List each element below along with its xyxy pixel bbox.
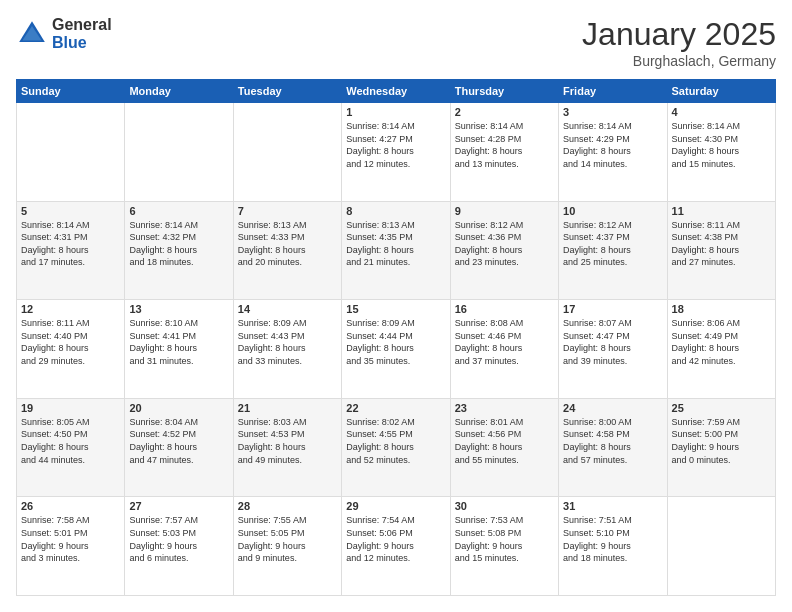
day-info: Sunrise: 7:54 AMSunset: 5:06 PMDaylight:… bbox=[346, 514, 445, 564]
day-number: 2 bbox=[455, 106, 554, 118]
day-cell: 4Sunrise: 8:14 AMSunset: 4:30 PMDaylight… bbox=[667, 103, 775, 202]
day-info: Sunrise: 8:02 AMSunset: 4:55 PMDaylight:… bbox=[346, 416, 445, 466]
day-info: Sunrise: 8:09 AMSunset: 4:43 PMDaylight:… bbox=[238, 317, 337, 367]
day-cell: 28Sunrise: 7:55 AMSunset: 5:05 PMDayligh… bbox=[233, 497, 341, 596]
month-title: January 2025 bbox=[582, 16, 776, 53]
day-info: Sunrise: 8:05 AMSunset: 4:50 PMDaylight:… bbox=[21, 416, 120, 466]
weekday-header-monday: Monday bbox=[125, 80, 233, 103]
day-cell: 7Sunrise: 8:13 AMSunset: 4:33 PMDaylight… bbox=[233, 201, 341, 300]
day-number: 18 bbox=[672, 303, 771, 315]
day-number: 16 bbox=[455, 303, 554, 315]
weekday-header-row: SundayMondayTuesdayWednesdayThursdayFrid… bbox=[17, 80, 776, 103]
day-info: Sunrise: 8:14 AMSunset: 4:30 PMDaylight:… bbox=[672, 120, 771, 170]
day-cell: 8Sunrise: 8:13 AMSunset: 4:35 PMDaylight… bbox=[342, 201, 450, 300]
day-number: 30 bbox=[455, 500, 554, 512]
day-number: 11 bbox=[672, 205, 771, 217]
header: General Blue January 2025 Burghaslach, G… bbox=[16, 16, 776, 69]
day-info: Sunrise: 8:14 AMSunset: 4:29 PMDaylight:… bbox=[563, 120, 662, 170]
location: Burghaslach, Germany bbox=[582, 53, 776, 69]
day-number: 14 bbox=[238, 303, 337, 315]
day-cell: 12Sunrise: 8:11 AMSunset: 4:40 PMDayligh… bbox=[17, 300, 125, 399]
day-cell: 21Sunrise: 8:03 AMSunset: 4:53 PMDayligh… bbox=[233, 398, 341, 497]
day-cell: 18Sunrise: 8:06 AMSunset: 4:49 PMDayligh… bbox=[667, 300, 775, 399]
day-info: Sunrise: 7:55 AMSunset: 5:05 PMDaylight:… bbox=[238, 514, 337, 564]
day-cell: 24Sunrise: 8:00 AMSunset: 4:58 PMDayligh… bbox=[559, 398, 667, 497]
day-cell: 29Sunrise: 7:54 AMSunset: 5:06 PMDayligh… bbox=[342, 497, 450, 596]
day-cell bbox=[233, 103, 341, 202]
day-cell: 31Sunrise: 7:51 AMSunset: 5:10 PMDayligh… bbox=[559, 497, 667, 596]
day-cell: 2Sunrise: 8:14 AMSunset: 4:28 PMDaylight… bbox=[450, 103, 558, 202]
day-number: 21 bbox=[238, 402, 337, 414]
day-cell: 6Sunrise: 8:14 AMSunset: 4:32 PMDaylight… bbox=[125, 201, 233, 300]
day-info: Sunrise: 7:58 AMSunset: 5:01 PMDaylight:… bbox=[21, 514, 120, 564]
logo-icon bbox=[16, 18, 48, 50]
day-number: 8 bbox=[346, 205, 445, 217]
day-info: Sunrise: 8:10 AMSunset: 4:41 PMDaylight:… bbox=[129, 317, 228, 367]
day-info: Sunrise: 8:04 AMSunset: 4:52 PMDaylight:… bbox=[129, 416, 228, 466]
day-number: 6 bbox=[129, 205, 228, 217]
day-info: Sunrise: 8:12 AMSunset: 4:36 PMDaylight:… bbox=[455, 219, 554, 269]
day-cell: 14Sunrise: 8:09 AMSunset: 4:43 PMDayligh… bbox=[233, 300, 341, 399]
day-info: Sunrise: 8:11 AMSunset: 4:38 PMDaylight:… bbox=[672, 219, 771, 269]
day-info: Sunrise: 8:14 AMSunset: 4:31 PMDaylight:… bbox=[21, 219, 120, 269]
day-number: 29 bbox=[346, 500, 445, 512]
day-info: Sunrise: 8:09 AMSunset: 4:44 PMDaylight:… bbox=[346, 317, 445, 367]
day-info: Sunrise: 7:51 AMSunset: 5:10 PMDaylight:… bbox=[563, 514, 662, 564]
day-cell: 16Sunrise: 8:08 AMSunset: 4:46 PMDayligh… bbox=[450, 300, 558, 399]
day-cell bbox=[17, 103, 125, 202]
day-number: 5 bbox=[21, 205, 120, 217]
day-info: Sunrise: 8:14 AMSunset: 4:32 PMDaylight:… bbox=[129, 219, 228, 269]
week-row-3: 12Sunrise: 8:11 AMSunset: 4:40 PMDayligh… bbox=[17, 300, 776, 399]
day-info: Sunrise: 8:11 AMSunset: 4:40 PMDaylight:… bbox=[21, 317, 120, 367]
day-number: 10 bbox=[563, 205, 662, 217]
day-cell: 22Sunrise: 8:02 AMSunset: 4:55 PMDayligh… bbox=[342, 398, 450, 497]
day-number: 26 bbox=[21, 500, 120, 512]
logo-text: General Blue bbox=[52, 16, 112, 51]
day-info: Sunrise: 8:12 AMSunset: 4:37 PMDaylight:… bbox=[563, 219, 662, 269]
page: General Blue January 2025 Burghaslach, G… bbox=[0, 0, 792, 612]
day-info: Sunrise: 8:13 AMSunset: 4:33 PMDaylight:… bbox=[238, 219, 337, 269]
day-info: Sunrise: 8:07 AMSunset: 4:47 PMDaylight:… bbox=[563, 317, 662, 367]
week-row-5: 26Sunrise: 7:58 AMSunset: 5:01 PMDayligh… bbox=[17, 497, 776, 596]
day-cell: 11Sunrise: 8:11 AMSunset: 4:38 PMDayligh… bbox=[667, 201, 775, 300]
weekday-header-friday: Friday bbox=[559, 80, 667, 103]
day-cell: 9Sunrise: 8:12 AMSunset: 4:36 PMDaylight… bbox=[450, 201, 558, 300]
day-number: 28 bbox=[238, 500, 337, 512]
day-cell: 17Sunrise: 8:07 AMSunset: 4:47 PMDayligh… bbox=[559, 300, 667, 399]
day-cell bbox=[667, 497, 775, 596]
day-number: 9 bbox=[455, 205, 554, 217]
day-number: 17 bbox=[563, 303, 662, 315]
week-row-4: 19Sunrise: 8:05 AMSunset: 4:50 PMDayligh… bbox=[17, 398, 776, 497]
day-cell bbox=[125, 103, 233, 202]
weekday-header-tuesday: Tuesday bbox=[233, 80, 341, 103]
week-row-1: 1Sunrise: 8:14 AMSunset: 4:27 PMDaylight… bbox=[17, 103, 776, 202]
day-number: 1 bbox=[346, 106, 445, 118]
day-info: Sunrise: 8:03 AMSunset: 4:53 PMDaylight:… bbox=[238, 416, 337, 466]
day-cell: 5Sunrise: 8:14 AMSunset: 4:31 PMDaylight… bbox=[17, 201, 125, 300]
day-number: 20 bbox=[129, 402, 228, 414]
day-number: 25 bbox=[672, 402, 771, 414]
day-number: 12 bbox=[21, 303, 120, 315]
day-cell: 10Sunrise: 8:12 AMSunset: 4:37 PMDayligh… bbox=[559, 201, 667, 300]
day-cell: 26Sunrise: 7:58 AMSunset: 5:01 PMDayligh… bbox=[17, 497, 125, 596]
day-number: 23 bbox=[455, 402, 554, 414]
day-info: Sunrise: 8:14 AMSunset: 4:27 PMDaylight:… bbox=[346, 120, 445, 170]
day-cell: 3Sunrise: 8:14 AMSunset: 4:29 PMDaylight… bbox=[559, 103, 667, 202]
week-row-2: 5Sunrise: 8:14 AMSunset: 4:31 PMDaylight… bbox=[17, 201, 776, 300]
weekday-header-saturday: Saturday bbox=[667, 80, 775, 103]
weekday-header-wednesday: Wednesday bbox=[342, 80, 450, 103]
day-number: 3 bbox=[563, 106, 662, 118]
day-cell: 20Sunrise: 8:04 AMSunset: 4:52 PMDayligh… bbox=[125, 398, 233, 497]
day-number: 7 bbox=[238, 205, 337, 217]
day-cell: 15Sunrise: 8:09 AMSunset: 4:44 PMDayligh… bbox=[342, 300, 450, 399]
weekday-header-thursday: Thursday bbox=[450, 80, 558, 103]
calendar: SundayMondayTuesdayWednesdayThursdayFrid… bbox=[16, 79, 776, 596]
day-number: 22 bbox=[346, 402, 445, 414]
day-number: 24 bbox=[563, 402, 662, 414]
title-block: January 2025 Burghaslach, Germany bbox=[582, 16, 776, 69]
logo: General Blue bbox=[16, 16, 112, 51]
day-info: Sunrise: 8:08 AMSunset: 4:46 PMDaylight:… bbox=[455, 317, 554, 367]
day-number: 19 bbox=[21, 402, 120, 414]
day-cell: 30Sunrise: 7:53 AMSunset: 5:08 PMDayligh… bbox=[450, 497, 558, 596]
day-info: Sunrise: 7:53 AMSunset: 5:08 PMDaylight:… bbox=[455, 514, 554, 564]
